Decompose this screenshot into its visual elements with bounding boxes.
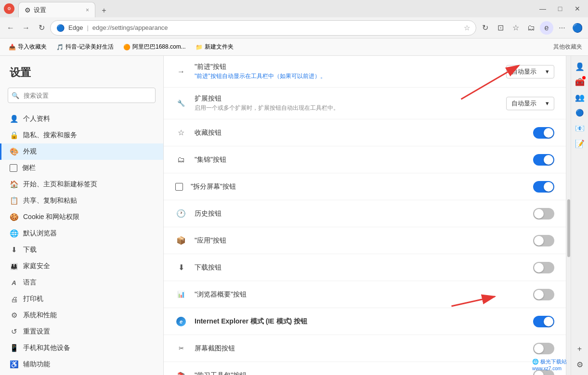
right-profile-icon[interactable]: 👤	[573, 60, 587, 73]
sidebar-item-family[interactable]: 👨‍👩‍👧 家庭安全	[0, 258, 163, 274]
scrollbar[interactable]	[566, 56, 571, 375]
appearance-nav-icon: 🎨	[10, 147, 18, 156]
new-folder-label: 新建文件夹	[205, 43, 234, 51]
appearance-nav-label: 外观	[23, 147, 37, 156]
tab-close-button[interactable]: ×	[86, 7, 89, 13]
sidebar-item-cookies[interactable]: 🍪 Cookie 和网站权限	[0, 209, 163, 225]
bookmark-douyin[interactable]: 🎵 抖音-记录美好生活	[53, 42, 117, 52]
favorites-icon[interactable]: ☆	[509, 21, 523, 35]
language-nav-icon: A	[10, 278, 18, 287]
language-nav-label: 语言	[23, 278, 37, 287]
sidebar-item-start[interactable]: 🏠 开始、主页和新建标签页	[0, 176, 163, 193]
system-nav-icon: ⚙	[10, 311, 18, 320]
sidebar-item-share[interactable]: 📋 共享、复制和粘贴	[0, 193, 163, 209]
share-nav-label: 共享、复制和粘贴	[23, 196, 77, 205]
learning-label: "学习工具包"按钮	[195, 371, 533, 375]
tab-bar: ⚙ 设置 × +	[18, 0, 532, 17]
extensions-dropdown[interactable]: 自动显示 ▾	[506, 97, 554, 110]
history-label: 历史按钮	[195, 209, 533, 218]
search-input[interactable]	[8, 88, 156, 103]
overview-toggle-thumb	[534, 290, 544, 299]
sidebar-item-default-browser[interactable]: 🌐 默认浏览器	[0, 225, 163, 242]
profile-icon[interactable]: e	[540, 21, 553, 35]
sidebar-item-privacy[interactable]: 🔒 隐私、搜索和服务	[0, 127, 163, 143]
collections-toggle-thumb	[544, 155, 553, 165]
search-box: 🔍	[8, 88, 156, 103]
right-copilot-icon[interactable]: 🔵	[573, 106, 587, 119]
refresh-button[interactable]: ↻	[35, 21, 48, 35]
start-nav-label: 开始、主页和新建标签页	[23, 180, 97, 189]
address-bar[interactable]: 🔵 Edge | edge://settings/appearance ☆	[50, 20, 476, 36]
search-icon: 🔍	[12, 92, 19, 99]
family-nav-label: 家庭安全	[23, 262, 50, 271]
scroll-thumb[interactable]	[567, 199, 570, 257]
bookmarks-more[interactable]: 其他收藏夹	[553, 43, 582, 51]
settings-content: → "前进"按钮 "前进"按钮自动显示在工具栏中（如果可以前进）。 自动显示 ▾…	[164, 56, 566, 375]
edge-icon[interactable]: 🔵	[571, 21, 584, 35]
maximize-button[interactable]: □	[553, 2, 567, 15]
sidebar-item-accessibility[interactable]: ♿ 辅助功能	[0, 356, 163, 373]
right-add-icon[interactable]: +	[573, 342, 587, 356]
downloads-toggle-thumb	[534, 263, 544, 272]
ie-toggle[interactable]	[533, 316, 554, 327]
split-setting-icon	[175, 183, 183, 191]
forward-button[interactable]: →	[19, 21, 33, 35]
sidebar-item-system[interactable]: ⚙ 系统和性能	[0, 307, 163, 323]
sidebar-item-downloads[interactable]: ⬇ 下载	[0, 242, 163, 258]
bookmark-alibaba[interactable]: 🟠 阿里巴巴1688.com...	[120, 42, 189, 52]
collections-toggle[interactable]	[533, 154, 554, 166]
screenshot-toggle[interactable]	[533, 343, 554, 354]
more-button[interactable]: ···	[555, 21, 569, 35]
setting-split-screen-button: "拆分屏幕"按钮	[164, 173, 566, 200]
close-button[interactable]: ✕	[571, 2, 584, 15]
phone-nav-label: 手机和其他设备	[23, 344, 70, 352]
favorites-toggle[interactable]	[533, 127, 554, 139]
history-toggle[interactable]	[533, 208, 554, 220]
new-tab-button[interactable]: +	[97, 4, 111, 17]
right-notes-icon[interactable]: 📝	[573, 137, 587, 150]
ie-setting-icon: e	[175, 317, 187, 326]
extensions-label: 扩展按钮	[195, 94, 506, 103]
copilot-icon[interactable]: ↻	[478, 21, 492, 35]
downloads-toggle[interactable]	[533, 262, 554, 273]
extensions-setting-icon: 🔧	[175, 100, 187, 107]
screenshot-toggle-thumb	[534, 344, 544, 353]
bookmark-import[interactable]: 📥 导入收藏夹	[6, 42, 50, 52]
star-icon[interactable]: ☆	[464, 24, 470, 32]
overview-toggle[interactable]	[533, 289, 554, 300]
sidebar-item-printer[interactable]: 🖨 打印机	[0, 291, 163, 307]
sidebar-item-phone[interactable]: 📱 手机和其他设备	[0, 340, 163, 356]
forward-dropdown-value: 自动显示	[511, 67, 536, 76]
minimize-button[interactable]: —	[536, 2, 549, 15]
right-tools-icon[interactable]: 🧰	[573, 75, 587, 89]
sidebar-item-appearance[interactable]: 🎨 外观	[0, 143, 163, 160]
sidebar-item-reset[interactable]: ↺ 重置设置	[0, 323, 163, 340]
setting-favorites-button: ☆ 收藏按钮	[164, 119, 566, 146]
watermark-logo: 🌐 极光下载站	[532, 359, 567, 364]
sidebar-item-language[interactable]: A 语言	[0, 274, 163, 291]
forward-dropdown[interactable]: 自动显示 ▾	[506, 65, 554, 78]
collections-icon[interactable]: 🗂	[524, 21, 538, 35]
split-screen-toggle[interactable]	[533, 181, 554, 193]
right-settings-icon[interactable]: ⚙	[573, 358, 587, 371]
sidebar-item-about[interactable]: 🔵 关于 Microsoft Edge	[0, 373, 163, 375]
right-email-icon[interactable]: 📧	[573, 121, 587, 135]
sidebar-item-sidebar[interactable]: 侧栏	[0, 160, 163, 176]
collections-label: "集锦"按钮	[195, 155, 533, 164]
back-button[interactable]: ←	[4, 21, 17, 35]
right-people-icon[interactable]: 👥	[573, 91, 587, 104]
bookmark-new-folder[interactable]: 📁 新建文件夹	[193, 42, 236, 52]
setting-screenshot: ✂ 屏幕截图按钮	[164, 335, 566, 362]
split-screen-icon[interactable]: ⊡	[494, 21, 507, 35]
cookies-nav-label: Cookie 和网站权限	[23, 213, 79, 221]
import-icon: 📥	[9, 44, 16, 51]
system-nav-label: 系统和性能	[23, 311, 57, 320]
downloads-nav-label: 下载	[23, 246, 37, 254]
overview-label: "浏览器概要"按钮	[195, 290, 533, 299]
setting-extensions-button: 🔧 扩展按钮 启用一个或多个扩展时，扩展按钮自动出现在工具栏中。 自动显示 ▾	[164, 88, 566, 119]
downloads-btn-label: 下载按钮	[195, 263, 533, 272]
sidebar-item-profile[interactable]: 👤 个人资料	[0, 111, 163, 127]
apps-toggle[interactable]	[533, 235, 554, 246]
settings-tab[interactable]: ⚙ 设置 ×	[18, 2, 95, 17]
apps-setting-icon: 📦	[175, 236, 187, 245]
